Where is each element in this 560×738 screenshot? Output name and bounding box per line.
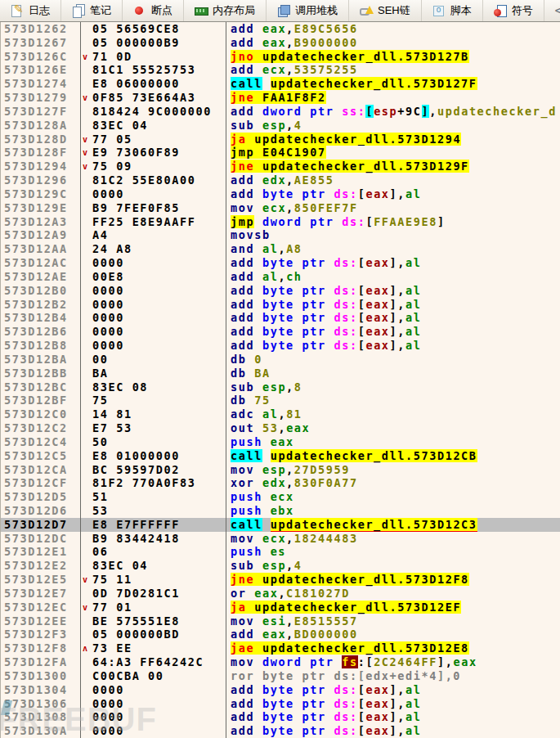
instruction-cell: jno updatechecker_dll.573D127B xyxy=(226,50,560,64)
instruction-cell: push es xyxy=(226,545,560,559)
disasm-row[interactable]: 573D12C014 81adc al,81 xyxy=(1,407,560,421)
tab-source-code[interactable]: 源代码 xyxy=(544,0,560,21)
disasm-row[interactable]: 573D13080000add byte ptr ds:[eax],al xyxy=(1,710,560,724)
jump-down-arrow-icon: v xyxy=(83,133,87,146)
bytes-cell: v75 11 xyxy=(80,573,226,587)
jump-down-arrow-icon: v xyxy=(83,601,87,614)
disasm-row[interactable]: 573D12D551push ecx xyxy=(1,490,560,504)
tab-memory-layout[interactable]: 内存布局 xyxy=(183,0,266,21)
disasm-row[interactable]: 573D12C2E7 53out 53,eax xyxy=(1,421,560,435)
instruction-cell: call updatechecker_dll.573D12C3 xyxy=(226,518,560,532)
disasm-row[interactable]: 573D12EEBE 575551E8mov esi,E8515557 xyxy=(1,614,560,628)
disasm-row[interactable]: 573D12BF75db 75 xyxy=(1,394,560,407)
disasm-row[interactable]: 573D12D7E8 E7FFFFFFcall updatechecker_dl… xyxy=(1,518,560,532)
disasm-row[interactable]: 573D12BC83EC 08sub esp,8 xyxy=(1,380,560,394)
tab-notes[interactable]: 笔记 xyxy=(60,0,122,21)
bytes-cell: 83EC 04 xyxy=(80,119,226,133)
instruction-cell: ror byte ptr ds:[edx+edi*4],0 xyxy=(226,669,560,683)
disasm-row[interactable]: 573D126E81C1 55525753add ecx,53575255 xyxy=(1,63,560,77)
disasm-row[interactable]: 573D12F8ʌ73 EEjae updatechecker_dll.573D… xyxy=(1,641,560,655)
disasm-row[interactable]: 573D12E70D 7D0281C1or eax,C181027D xyxy=(1,587,560,601)
tab-call-stack[interactable]: 调用堆栈 xyxy=(266,0,348,21)
instruction-cell: xor edx,830F0A77 xyxy=(226,476,560,490)
instruction-cell: jmp dword ptr ds:[FFAAE9E8] xyxy=(226,215,560,229)
disasm-row[interactable]: 573D12B80000add byte ptr ds:[eax],al xyxy=(1,339,560,353)
disasm-row[interactable]: 573D12C5E8 01000000call updatechecker_dl… xyxy=(1,449,560,463)
tab-symbols[interactable]: 符号 xyxy=(482,0,544,21)
disasm-row[interactable]: 573D12E283EC 04sub esp,4 xyxy=(1,559,560,573)
disasm-row[interactable]: 573D1279v0F85 73E664A3jne FAA1F8F2 xyxy=(1,91,560,105)
disasm-row[interactable]: 573D12B00000add byte ptr ds:[eax],al xyxy=(1,284,560,298)
disasm-row[interactable]: 573D128A83EC 04sub esp,4 xyxy=(1,119,560,133)
disasm-row[interactable]: 573D12D653push ebx xyxy=(1,504,560,518)
disasm-row[interactable]: 573D12BA00db 0 xyxy=(1,353,560,367)
disasm-row[interactable]: 573D1294v75 09jne updatechecker_dll.573D… xyxy=(1,160,560,173)
disasm-row[interactable]: 573D126205 56569CE8add eax,E89C5656 xyxy=(1,22,560,36)
bytes-cell: E8 06000000 xyxy=(80,77,226,91)
bytes-cell: ʌ73 EE xyxy=(80,641,226,655)
address-cell: 573D12AA xyxy=(1,242,80,256)
bytes-cell: 05 56569CE8 xyxy=(80,22,226,36)
disasm-row[interactable]: 573D12E5v75 11jne updatechecker_dll.573D… xyxy=(1,573,560,587)
disassembly-pane[interactable]: 573D126205 56569CE8add eax,E89C5656573D1… xyxy=(0,22,560,738)
disasm-row[interactable]: 573D12B60000add byte ptr ds:[eax],al xyxy=(1,325,560,339)
address-cell: 573D12BA xyxy=(1,353,80,367)
instruction-cell: db 0 xyxy=(226,353,560,367)
bytes-cell: 00 xyxy=(80,353,226,367)
disasm-row[interactable]: 573D13060000add byte ptr ds:[eax],al xyxy=(1,697,560,711)
address-cell: 573D130A xyxy=(1,724,80,738)
disasm-row[interactable]: 573D128FvE9 73060F89jmp E04C1907 xyxy=(1,146,560,160)
address-cell: 573D12EE xyxy=(1,614,80,628)
disasm-row[interactable]: 573D12B20000add byte ptr ds:[eax],al xyxy=(1,298,560,312)
disasm-row[interactable]: 573D12AC0000add byte ptr ds:[eax],al xyxy=(1,256,560,270)
disasm-row[interactable]: 573D12A3FF25 E8E9AAFFjmp dword ptr ds:[F… xyxy=(1,215,560,229)
tab-breakpoints[interactable]: 断点 xyxy=(122,0,183,21)
address-cell: 573D129C xyxy=(1,187,80,201)
disasm-row[interactable]: 573D12CF81F2 770A0F83xor edx,830F0A77 xyxy=(1,476,560,490)
disasm-row[interactable]: 573D12AA24 A8and al,A8 xyxy=(1,242,560,256)
tab-seh-chain[interactable]: SEH链 xyxy=(348,0,421,21)
address-cell: 573D12C4 xyxy=(1,435,80,449)
instruction-cell: jne updatechecker_dll.573D12F8 xyxy=(226,573,560,587)
disasm-row[interactable]: 573D128Dv77 05ja updatechecker_dll.573D1… xyxy=(1,133,560,146)
disasm-row[interactable]: 573D13040000add byte ptr ds:[eax],al xyxy=(1,683,560,697)
disasm-row[interactable]: 573D1274E8 06000000call updatechecker_dl… xyxy=(1,77,560,91)
disasm-row[interactable]: 573D127F818424 9C000000add dword ptr ss:… xyxy=(1,105,560,119)
disasm-row[interactable]: 573D12FA64:A3 FF64242Cmov dword ptr fs:[… xyxy=(1,655,560,669)
disasm-row[interactable]: 573D129681C2 55E80A00add edx,AE855 xyxy=(1,173,560,187)
bytes-cell: 81F2 770A0F83 xyxy=(80,476,226,490)
column-divider-bytes-disasm[interactable] xyxy=(226,22,226,738)
instruction-cell: add byte ptr ds:[eax],al xyxy=(226,298,560,312)
tab-label: 日志 xyxy=(29,3,50,18)
address-cell: 573D12BB xyxy=(1,367,80,380)
tab-label: 脚本 xyxy=(450,3,472,18)
disasm-row[interactable]: 573D12AE00E8add al,ch xyxy=(1,270,560,284)
disasm-row[interactable]: 573D12E106push es xyxy=(1,545,560,559)
disasm-row[interactable]: 573D129EB9 7FEF0F85mov ecx,850FEF7F xyxy=(1,201,560,215)
disasm-row[interactable]: 573D12B40000add byte ptr ds:[eax],al xyxy=(1,311,560,325)
bytes-cell: 0000 xyxy=(80,325,226,339)
disasm-row[interactable]: 573D1300C00CBA 00ror byte ptr ds:[edx+ed… xyxy=(1,669,560,683)
disasm-row[interactable]: 573D12DCB9 83442418mov ecx,18244483 xyxy=(1,532,560,546)
instruction-cell: and al,A8 xyxy=(226,242,560,256)
disasm-row[interactable]: 573D12C450push eax xyxy=(1,435,560,449)
disasm-row[interactable]: 573D130A0000add byte ptr ds:[eax],al xyxy=(1,724,560,738)
address-cell: 573D12F8 xyxy=(1,641,80,655)
column-divider-address-bytes[interactable] xyxy=(80,22,81,738)
address-cell: 573D12DC xyxy=(1,532,80,546)
disasm-row[interactable]: 573D126705 000000B9add eax,B9000000 xyxy=(1,36,560,50)
instruction-cell: add byte ptr ds:[eax],al xyxy=(226,284,560,298)
disasm-row[interactable]: 573D126Cv71 0Djno updatechecker_dll.573D… xyxy=(1,50,560,64)
jump-up-arrow-icon: ʌ xyxy=(83,642,87,655)
tab-log[interactable]: 日志 xyxy=(0,0,60,21)
disasm-row[interactable]: 573D12BBBAdb BA xyxy=(1,367,560,380)
instruction-cell: sub esp,4 xyxy=(226,559,560,573)
disasm-row[interactable]: 573D12F305 000000BDadd eax,BD000000 xyxy=(1,628,560,641)
disasm-row[interactable]: 573D12ECv77 01ja updatechecker_dll.573D1… xyxy=(1,601,560,614)
debugger-window: 日志笔记断点内存布局调用堆栈SEH链脚本符号源代码 573D126205 565… xyxy=(0,0,560,738)
disasm-row[interactable]: 573D129C0000add byte ptr ds:[eax],al xyxy=(1,187,560,201)
disasm-row[interactable]: 573D12A9A4movsb xyxy=(1,228,560,242)
jump-down-arrow-icon: v xyxy=(83,146,87,160)
tab-script[interactable]: 脚本 xyxy=(421,0,482,21)
disasm-row[interactable]: 573D12CABC 59597D02mov esp,27D5959 xyxy=(1,463,560,477)
